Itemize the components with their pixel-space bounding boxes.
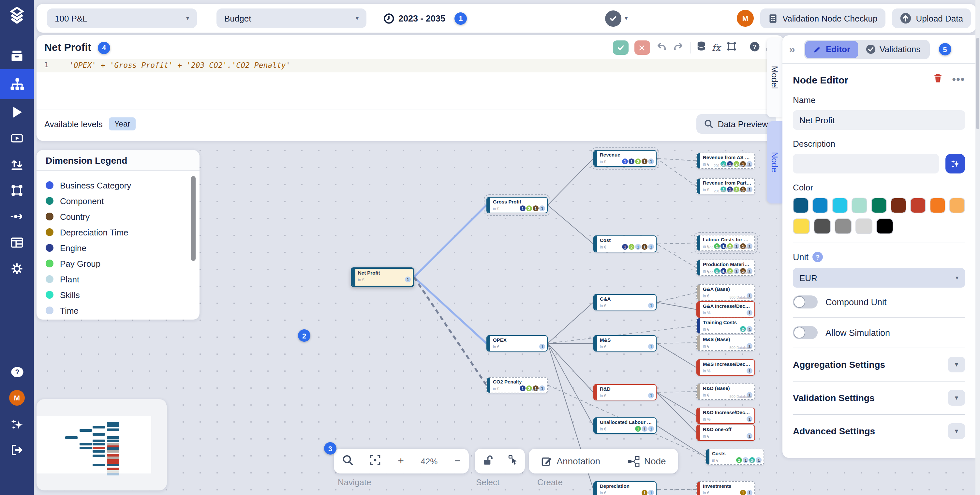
zoom-in-button[interactable]: + bbox=[398, 455, 404, 467]
formula-code-editor[interactable]: 1 'OPEX' + 'Gross Profit' + '203 CO2'.'C… bbox=[37, 59, 784, 110]
node-rd[interactable]: R&D in € 1 bbox=[593, 384, 657, 400]
tab-model[interactable]: Model bbox=[767, 38, 783, 118]
sidebar-item-ai-assistant[interactable] bbox=[0, 411, 34, 437]
color-swatch[interactable] bbox=[793, 218, 810, 234]
node-costs-302[interactable]: Costs in € 2121302 HR bbox=[705, 449, 764, 465]
tour-badge-1[interactable]: 1 bbox=[455, 12, 467, 24]
apply-formula-button[interactable] bbox=[613, 40, 628, 55]
sidebar-item-archive[interactable] bbox=[0, 43, 34, 69]
aggregation-settings-expand-button[interactable]: ▼ bbox=[948, 357, 965, 372]
node-ms-inc[interactable]: M&S Increase/Decrease in % 1 bbox=[696, 359, 755, 376]
node-revenue[interactable]: Revenue in € 11211 bbox=[593, 150, 657, 167]
sidebar-item-help[interactable]: ? bbox=[0, 359, 34, 385]
create-annotation-button[interactable]: Annotation bbox=[541, 455, 600, 466]
node-rd-oneoff[interactable]: R&D one-off in € 1 bbox=[696, 425, 755, 441]
node-labour-prod[interactable]: Labour Costs for Production in € 1121112… bbox=[696, 235, 755, 251]
redo-button[interactable] bbox=[673, 41, 684, 54]
tour-badge-5[interactable]: 5 bbox=[939, 43, 951, 56]
node-ga-inc[interactable]: G&A Increase/Decrease in % 1 bbox=[696, 301, 755, 318]
unit-select[interactable]: EUR▾ bbox=[793, 268, 965, 288]
color-swatch[interactable] bbox=[910, 197, 926, 213]
search-canvas-button[interactable] bbox=[342, 454, 353, 468]
node-ms[interactable]: M&S in € 1 bbox=[593, 335, 657, 352]
sidebar-item-import-export[interactable] bbox=[0, 151, 34, 177]
sidebar-item-presentation[interactable] bbox=[0, 125, 34, 151]
description-input[interactable] bbox=[793, 154, 939, 173]
node-net-profit[interactable]: Net Profit in € 1 bbox=[351, 267, 414, 287]
sidebar-item-tables[interactable] bbox=[0, 229, 34, 256]
scenario-select[interactable]: Budget▾ bbox=[216, 8, 366, 28]
node-rev-ps[interactable]: Revenue from Part Sales in € 21211201 Af… bbox=[696, 178, 755, 194]
name-input[interactable]: Net Profit bbox=[793, 110, 965, 130]
color-swatch[interactable] bbox=[813, 197, 828, 213]
sidebar-item-simulation[interactable] bbox=[0, 99, 34, 125]
upload-data-button[interactable]: Upload Data bbox=[892, 8, 971, 28]
node-gross-profit[interactable]: Gross Profit in € 1211 bbox=[487, 197, 548, 213]
color-swatch[interactable] bbox=[793, 197, 808, 213]
tab-validations[interactable]: Validations bbox=[858, 41, 928, 58]
node-rd-base[interactable]: R&D (Base) in € 1500 Database bbox=[696, 384, 755, 400]
sidebar-item-transform[interactable] bbox=[0, 177, 34, 204]
window-scrollbar[interactable] bbox=[975, 0, 980, 495]
sidebar-item-model-graph[interactable] bbox=[0, 69, 34, 99]
sidebar-item-flows[interactable] bbox=[0, 204, 34, 229]
validation-status-dropdown[interactable]: ▾ bbox=[605, 10, 628, 26]
zoom-out-button[interactable]: − bbox=[455, 455, 461, 467]
collapse-panel-icon[interactable]: » bbox=[789, 43, 795, 56]
delete-node-button[interactable] bbox=[933, 73, 943, 86]
color-swatch[interactable] bbox=[814, 218, 831, 234]
node-prod-mat[interactable]: Production Material Costs in € 112111202… bbox=[696, 259, 755, 276]
node-investments[interactable]: Investments in € 11 bbox=[696, 481, 755, 495]
sidebar-item-logout[interactable] bbox=[0, 437, 34, 463]
color-swatch[interactable] bbox=[891, 197, 906, 213]
tab-node[interactable]: Node bbox=[767, 121, 783, 204]
node-co2-penalty[interactable]: CO2 Penalty in € 1211203 CO2 bbox=[487, 377, 548, 393]
color-swatch[interactable] bbox=[930, 197, 945, 213]
minimap[interactable] bbox=[37, 399, 167, 490]
app-logo-icon[interactable] bbox=[0, 0, 34, 31]
period-selector[interactable]: 2023 - 2035 1 bbox=[383, 12, 467, 24]
unit-help-icon[interactable]: ? bbox=[813, 252, 823, 262]
node-depreciation[interactable]: Depreciation in € 11 bbox=[593, 481, 657, 495]
node-ga-base[interactable]: G&A (Base) in € 1500 Database bbox=[696, 284, 755, 301]
node-ms-base[interactable]: M&S (Base) in € 1500 Database bbox=[696, 334, 755, 351]
node-rev-as[interactable]: Revenue from AS Service in € 21211201 Af… bbox=[696, 153, 755, 169]
advanced-settings-expand-button[interactable]: ▼ bbox=[948, 423, 965, 439]
help-icon[interactable]: ? bbox=[749, 41, 760, 54]
tour-badge-2[interactable]: 2 bbox=[298, 329, 310, 342]
model-select[interactable]: 100 P&L▾ bbox=[47, 8, 197, 28]
node-ga[interactable]: G&A in € 1 bbox=[593, 294, 657, 310]
ai-generate-button[interactable] bbox=[945, 154, 965, 173]
functions-button[interactable]: fx bbox=[712, 42, 721, 53]
more-options-icon[interactable]: ••• bbox=[952, 74, 965, 86]
node-unalloc[interactable]: Unallocated Labour Costs (O... in € 111 bbox=[593, 417, 657, 434]
data-preview-button[interactable]: Data Preview bbox=[696, 114, 776, 134]
color-swatch[interactable] bbox=[871, 197, 887, 213]
sidebar-avatar[interactable]: M bbox=[0, 385, 34, 411]
node-opex[interactable]: OPEX in € 1 bbox=[487, 335, 548, 352]
tour-badge-3[interactable]: 3 bbox=[324, 442, 336, 455]
compound-unit-toggle[interactable] bbox=[793, 295, 818, 309]
tab-editor[interactable]: Editor bbox=[806, 41, 858, 58]
tour-badge-4[interactable]: 4 bbox=[98, 41, 110, 54]
fit-view-button[interactable] bbox=[370, 454, 381, 468]
undo-button[interactable] bbox=[656, 41, 667, 54]
color-swatch[interactable] bbox=[832, 197, 848, 213]
color-swatch[interactable] bbox=[851, 197, 867, 213]
format-frame-button[interactable] bbox=[726, 41, 737, 54]
pointer-select-icon[interactable] bbox=[507, 454, 518, 468]
color-swatch[interactable] bbox=[835, 218, 851, 234]
node-training[interactable]: Training Costs in € 21302 HR bbox=[696, 318, 755, 334]
color-swatch[interactable] bbox=[856, 218, 872, 234]
create-node-button[interactable]: Node bbox=[627, 455, 666, 466]
sidebar-item-settings[interactable] bbox=[0, 256, 34, 282]
node-rd-inc[interactable]: R&D Increase/Decrease in % 1 bbox=[696, 407, 755, 424]
color-swatch[interactable] bbox=[876, 218, 893, 234]
allow-simulation-toggle[interactable] bbox=[793, 326, 818, 339]
lock-open-icon[interactable] bbox=[482, 454, 493, 468]
data-source-button[interactable] bbox=[696, 41, 706, 54]
discard-formula-button[interactable] bbox=[635, 40, 650, 55]
validation-settings-expand-button[interactable]: ▼ bbox=[948, 390, 965, 406]
validation-node-checkup-button[interactable]: Validation Node Checkup bbox=[760, 8, 885, 28]
color-swatch[interactable] bbox=[949, 197, 965, 213]
